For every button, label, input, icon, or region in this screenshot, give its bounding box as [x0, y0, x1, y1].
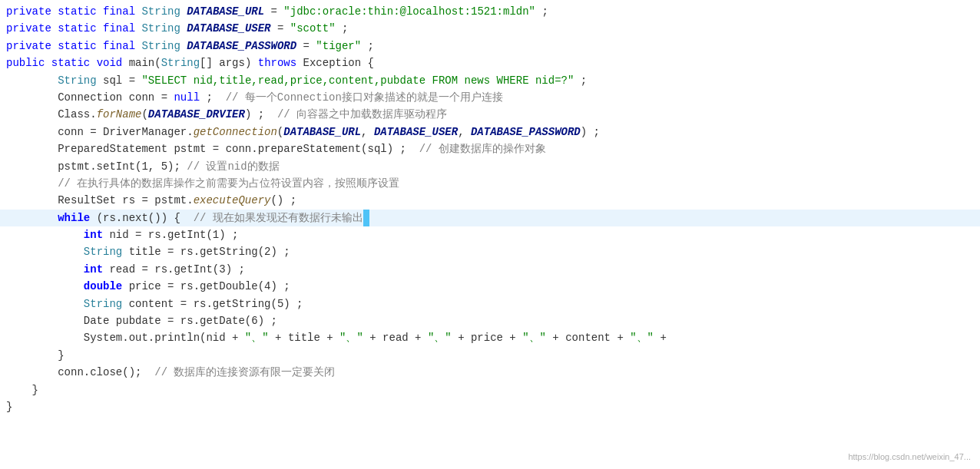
code-block: private static final String DATABASE_URL…	[0, 0, 980, 469]
keyword-throws: throws	[258, 54, 296, 71]
code-line-17: double price = rs.getDouble(4) ;	[0, 278, 980, 295]
code-line-23: }	[0, 381, 980, 398]
code-line-2: private static final String DATABASE_USE…	[0, 20, 980, 37]
code-line-6: Connection conn = null ; // 每一个Connectio…	[0, 89, 980, 106]
keyword-int-nid: int	[84, 226, 103, 243]
code-line-5: String sql = "SELECT nid,title,read,pric…	[0, 72, 980, 89]
code-line-19: Date pubdate = rs.getDate(6) ;	[0, 312, 980, 329]
code-line-7: Class. forName ( DATABASE_DRVIER ) ; // …	[0, 106, 980, 123]
keyword-int-read: int	[84, 261, 103, 278]
const-db-url: DATABASE_URL	[187, 3, 264, 20]
code-line-18: String content = rs.getString(5) ;	[0, 296, 980, 312]
keyword-private: private	[6, 3, 51, 20]
keyword-final: final	[103, 3, 135, 20]
type-string: String	[141, 3, 180, 20]
code-line-20: System.out.println(nid + "、" + title + "…	[0, 329, 980, 346]
code-line-8: conn = DriverManager. getConnection ( DA…	[0, 124, 980, 140]
watermark: https://blog.csdn.net/weixin_47...	[848, 451, 971, 464]
code-line-14: int nid = rs.getInt(1) ;	[0, 226, 980, 243]
code-line-10: pstmt.setInt(1, 5); // 设置nid的数据	[0, 158, 980, 175]
code-line-16: int read = rs.getInt(3) ;	[0, 261, 980, 278]
code-line-24: }	[0, 398, 980, 415]
code-line-22: conn.close(); // 数据库的连接资源有限一定要关闭	[0, 364, 980, 381]
string-url-value: "jdbc:oracle:thin:@localhost:1521:mldn"	[283, 3, 535, 20]
code-line-4: public static void main( String [] args)…	[0, 54, 980, 71]
code-line-1: private static final String DATABASE_URL…	[0, 3, 980, 20]
code-line-21: }	[0, 347, 980, 364]
keyword-while: while	[58, 210, 90, 226]
code-line-13: while (rs.next()) { // 现在如果发现还有数据行未输出 |	[0, 210, 980, 226]
code-line-3: private static final String DATABASE_PAS…	[0, 38, 980, 54]
code-line-11: // 在执行具体的数据库操作之前需要为占位符设置内容，按照顺序设置	[0, 175, 980, 192]
code-line-15: String title = rs.getString(2) ;	[0, 243, 980, 260]
keyword-static: static	[58, 3, 96, 20]
code-line-12: ResultSet rs = pstmt. executeQuery () ;	[0, 192, 980, 209]
code-line-9: PreparedStatement pstmt = conn.prepareSt…	[0, 140, 980, 157]
